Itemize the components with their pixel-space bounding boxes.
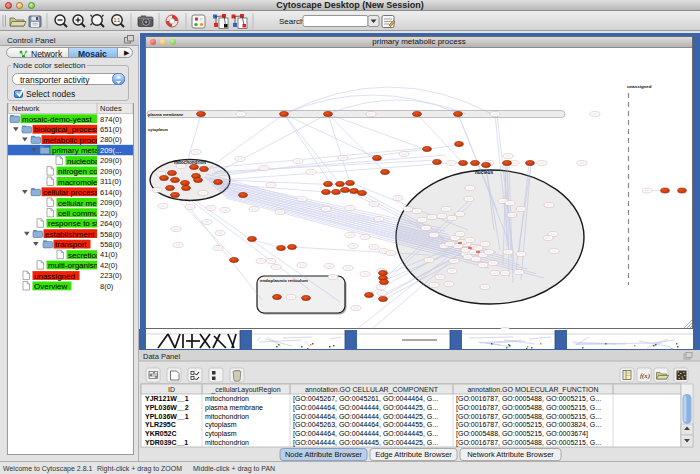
svg-text:311(0): 311(0) [100, 177, 122, 186]
svg-text:f(x): f(x) [640, 372, 650, 380]
svg-text:[GO:0044444, GO:0044445, GO:00: [GO:0044444, GO:0044445, GO:0044425, G..… [293, 439, 438, 447]
svg-text:transport: transport [55, 240, 87, 249]
svg-text:223(0): 223(0) [100, 271, 122, 280]
svg-text:_cellularLayoutRegion: _cellularLayoutRegion [210, 386, 280, 394]
svg-text:Network: Network [12, 104, 40, 113]
svg-text:endoplasmic reticulum: endoplasmic reticulum [260, 278, 308, 283]
svg-text:unassigned: unassigned [34, 272, 75, 281]
svg-text:558(0): 558(0) [100, 230, 122, 239]
svg-text:mosaic-demo-yeast: mosaic-demo-yeast [22, 115, 93, 124]
svg-text:YLR295C: YLR295C [145, 421, 176, 428]
svg-text:cytoplasm: cytoplasm [148, 127, 168, 132]
svg-text:YPL036W__1: YPL036W__1 [145, 413, 189, 420]
svg-text:280(0): 280(0) [100, 135, 122, 144]
svg-text:cytoplasm: cytoplasm [205, 430, 237, 438]
svg-text:mitochondrion: mitochondrion [205, 439, 249, 446]
svg-text:8(0): 8(0) [100, 282, 114, 291]
svg-text:Search:: Search: [279, 17, 307, 26]
svg-text:YKR052C: YKR052C [145, 430, 177, 437]
svg-text:annotation.GO CELLULAR_COMPONE: annotation.GO CELLULAR_COMPONENT [305, 386, 439, 394]
svg-text:614(0): 614(0) [100, 188, 122, 197]
svg-text:[GO:0045263, GO:0044464, GO:00: [GO:0045263, GO:0044464, GO:0044455, G..… [293, 421, 438, 429]
svg-text:[GO:0044464, GO:0044444, GO:00: [GO:0044464, GO:0044444, GO:0044425, G..… [293, 404, 438, 412]
svg-text:209(...: 209(... [100, 146, 121, 155]
svg-text:[GO:0016787, GO:0005488, GO:00: [GO:0016787, GO:0005488, GO:0005215, G..… [456, 413, 601, 421]
svg-text:ID: ID [168, 386, 175, 393]
svg-text:558(0): 558(0) [100, 240, 122, 249]
svg-text:651(0): 651(0) [100, 125, 122, 134]
svg-text:[GO:0016787, GO:0005215, GO:00: [GO:0016787, GO:0005215, GO:0003824, G..… [456, 421, 601, 429]
svg-text:plasma membrane: plasma membrane [205, 404, 263, 412]
svg-text:secretion: secretion [68, 251, 100, 260]
svg-text:biological_process: biological_process [34, 125, 100, 134]
svg-text:mitochondrion: mitochondrion [205, 413, 249, 420]
svg-text:unassigned: unassigned [627, 84, 652, 89]
svg-text:mitochondrion: mitochondrion [205, 395, 249, 402]
svg-text:plasma membrane: plasma membrane [148, 112, 184, 117]
svg-text:264(0): 264(0) [100, 219, 122, 228]
svg-text:Data Panel: Data Panel [143, 352, 180, 361]
svg-text:209(0): 209(0) [100, 156, 122, 165]
svg-text:Nodes: Nodes [100, 104, 122, 113]
svg-text:42(0): 42(0) [100, 261, 118, 270]
svg-text:[GO:0016787, GO:0005488, GO:00: [GO:0016787, GO:0005488, GO:0005215, G..… [456, 395, 601, 403]
svg-text:cytoplasm: cytoplasm [205, 421, 237, 429]
svg-text:nucleus: nucleus [475, 170, 493, 175]
svg-text:Edge Attribute Browser: Edge Attribute Browser [375, 450, 452, 459]
svg-text:[GO:0016787, GO:0005488, GO:00: [GO:0016787, GO:0005488, GO:0005215, G..… [456, 439, 601, 447]
svg-text:annotation.GO MOLECULAR_FUNCTI: annotation.GO MOLECULAR_FUNCTION [467, 386, 598, 394]
svg-text:1:1: 1:1 [114, 18, 121, 23]
svg-text:[GO:0016787, GO:0005488, GO:00: [GO:0016787, GO:0005488, GO:0005215, G..… [456, 404, 601, 412]
svg-text:YDR039C__1: YDR039C__1 [145, 439, 188, 446]
svg-text:YJR121W__1: YJR121W__1 [145, 395, 189, 402]
svg-text:cellular process: cellular process [43, 188, 99, 197]
svg-text:41(0): 41(0) [100, 250, 118, 259]
svg-text:209(0): 209(0) [100, 198, 122, 207]
svg-text:[GO:0005488, GO:0005215, GO:00: [GO:0005488, GO:0005215, GO:0003674] [456, 430, 588, 438]
svg-text:[GO:0044464, GO:0044444, GO:00: [GO:0044464, GO:0044444, GO:0044425, G..… [293, 413, 438, 421]
svg-text:874(0): 874(0) [100, 115, 122, 124]
svg-text:YPL036W__2: YPL036W__2 [145, 404, 189, 411]
svg-text:mitochondrion: mitochondrion [174, 160, 206, 165]
svg-text:209(0): 209(0) [100, 167, 122, 176]
svg-text:Overview: Overview [34, 282, 68, 291]
svg-text:Node Attribute Browser: Node Attribute Browser [285, 450, 363, 459]
svg-text:22(0): 22(0) [100, 209, 118, 218]
svg-text:Network Attribute Browser: Network Attribute Browser [467, 450, 554, 459]
svg-text:[GO:0045267, GO:0045261, GO:00: [GO:0045267, GO:0045261, GO:0044464, G..… [293, 395, 438, 403]
svg-text:[GO:0044464, GO:0044444, GO:00: [GO:0044464, GO:0044444, GO:0044445, G..… [293, 430, 438, 438]
